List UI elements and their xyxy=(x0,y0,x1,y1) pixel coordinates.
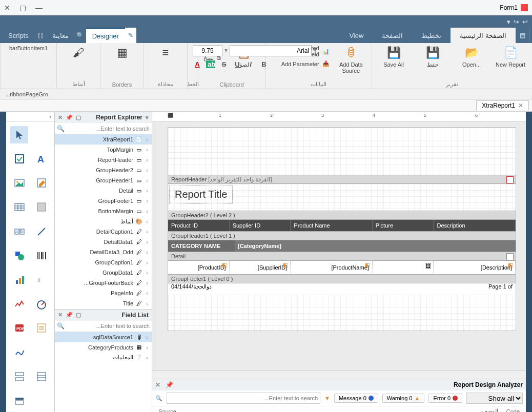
charactercomb-tool[interactable]: ab xyxy=(10,223,28,240)
close-icon[interactable]: ✕ xyxy=(518,102,523,109)
detail-cell[interactable]: ◧[ProductName] xyxy=(291,261,373,274)
explorer-item[interactable]: GroupHeader2▭‹ xyxy=(55,165,152,175)
explorer-search-input[interactable] xyxy=(65,126,150,132)
richtext-tool[interactable] xyxy=(32,174,50,192)
chart-tool[interactable] xyxy=(10,271,28,289)
checkbox-tool[interactable] xyxy=(10,150,28,168)
borders-button[interactable]: ▦ xyxy=(106,45,138,60)
sparkline-tool[interactable] xyxy=(10,295,28,313)
explorer-item[interactable]: أنماط🎨‹ xyxy=(55,216,152,226)
panel-max-icon[interactable]: ▢ xyxy=(76,114,81,121)
panel-tool[interactable] xyxy=(32,198,50,216)
fieldlist-item[interactable]: CategoryProducts▦‹ xyxy=(55,342,152,353)
showall-select[interactable]: Show all xyxy=(466,393,523,404)
groupheader1-band-label[interactable]: GroupHeader1 ( Level 1 ) xyxy=(168,231,516,240)
font-size-stepper-icon[interactable]: ▾ xyxy=(224,45,228,56)
toolbox-collapse-icon[interactable]: › xyxy=(6,112,54,122)
pagebreak-tool[interactable] xyxy=(10,368,28,385)
topmargin-band[interactable] xyxy=(168,128,516,175)
explorer-item[interactable]: GroupFooter1▭‹ xyxy=(55,196,152,206)
gauge-tool[interactable] xyxy=(32,295,50,313)
label-tool[interactable]: A xyxy=(32,150,50,168)
column-header[interactable]: Product Name xyxy=(291,220,373,231)
ribbon-overflow-label[interactable]: ...ribbonPageGro xyxy=(5,91,48,97)
add-parameter-button[interactable]: 📥Add Parameter xyxy=(281,60,330,67)
panel-close-icon[interactable]: ✕ xyxy=(58,312,63,318)
explorer-item[interactable]: ReportHeader▭‹ xyxy=(55,155,152,165)
explorer-item[interactable]: GroupData1🖊‹ xyxy=(55,267,152,278)
bottommargin-band[interactable] xyxy=(168,295,516,331)
tab-scripts[interactable]: Scripts xyxy=(2,28,35,43)
forecolor-button[interactable]: A xyxy=(193,60,202,68)
fieldlist-item[interactable]: المعلمات❔‹ xyxy=(55,353,152,363)
column-header[interactable]: Product ID xyxy=(168,220,230,231)
fieldlist-item[interactable]: sqlDataSource1🛢‹ xyxy=(55,332,152,342)
save-all-button[interactable]: 💾Save All xyxy=(377,45,410,68)
explorer-item[interactable]: GroupHeader1▭‹ xyxy=(55,175,152,186)
document-tab-xtrareport1[interactable]: ✕ XtraReport1 xyxy=(476,100,529,110)
line-tool[interactable] xyxy=(32,223,50,240)
new-report-button[interactable]: 📄New Report xyxy=(494,45,527,68)
explorer-item[interactable]: TopMargin▭‹ xyxy=(55,145,152,155)
panel-menu-icon[interactable]: ▾ xyxy=(146,114,149,121)
tab-designer[interactable]: Designer xyxy=(86,28,125,43)
explorer-item[interactable]: DetailData1🖊‹ xyxy=(55,237,152,247)
qat-dropdown-icon[interactable]: ▾ xyxy=(507,18,510,26)
explorer-item[interactable]: GroupCaption1🖊‹ xyxy=(55,257,152,267)
tab-view[interactable]: View xyxy=(340,28,373,43)
italic-button[interactable]: I xyxy=(246,60,255,68)
qat-redo-icon[interactable]: ↪ xyxy=(514,18,519,26)
smart-tag-icon[interactable] xyxy=(506,176,514,183)
panel-max-icon[interactable]: ▢ xyxy=(76,312,81,318)
explorer-tree[interactable]: XtraReport1📄‹TopMargin▭‹ReportHeader▭‹Gr… xyxy=(55,134,152,309)
pageinfo-number[interactable]: Page 1 of xyxy=(485,283,516,295)
tab-preview[interactable]: معاينة xyxy=(46,28,75,43)
detail-cell[interactable]: 🖼 xyxy=(373,261,434,274)
message-filter[interactable]: Message 0 xyxy=(334,394,378,403)
filter-icon[interactable]: ▼ xyxy=(324,395,330,401)
detail-cell[interactable]: ◧[SupplierID] xyxy=(230,261,291,274)
analyzer-col-desc[interactable]: الوصف xyxy=(482,408,498,412)
table-tool[interactable] xyxy=(10,198,28,216)
detail-cell[interactable]: ◧[Description] xyxy=(434,261,516,274)
smart-tag-icon[interactable] xyxy=(506,253,514,260)
bold-button[interactable]: B xyxy=(259,60,269,68)
underline-button[interactable]: U xyxy=(233,60,242,68)
explorer-item[interactable]: BottomMargin▭‹ xyxy=(55,206,152,216)
picturebox-tool[interactable] xyxy=(10,174,28,192)
toc-tool[interactable] xyxy=(32,319,50,337)
left-rail[interactable] xyxy=(0,112,6,412)
tab-main[interactable]: الصفحة الرئيسية xyxy=(451,28,516,43)
tab-layout[interactable]: تخطيط xyxy=(412,28,451,43)
groupheader1-band[interactable]: CATEGORY NAME [CategoryName] xyxy=(168,240,516,252)
column-header[interactable]: Description xyxy=(434,220,516,231)
fieldlist-search-input[interactable] xyxy=(65,323,150,329)
explorer-item[interactable]: Detail▭‹ xyxy=(55,186,152,196)
strike-button[interactable]: S xyxy=(219,60,229,68)
reportheader-band[interactable]: Report Title xyxy=(168,184,516,211)
column-header[interactable]: Picture xyxy=(373,220,434,231)
report-canvas[interactable]: ReportHeader [الفرقة واحد للتقرير الواحد… xyxy=(152,122,526,370)
detail-cell[interactable]: ◧[ProductID] xyxy=(168,261,230,274)
pageinfo-date[interactable]: ذوالحجة/04/1444 xyxy=(168,283,230,295)
close-button[interactable]: ✕ xyxy=(4,4,10,12)
fieldlist-tree[interactable]: sqlDataSource1🛢‹CategoryProducts▦‹المعلم… xyxy=(55,332,152,412)
font-family-dropdown-icon[interactable]: ▾ xyxy=(314,45,317,56)
report-page[interactable]: ReportHeader [الفرقة واحد للتقرير الواحد… xyxy=(168,127,516,331)
right-rail[interactable] xyxy=(526,112,532,412)
error-filter[interactable]: Error 0 xyxy=(428,394,462,403)
crossband-tool[interactable] xyxy=(32,368,50,385)
add-datasource-button[interactable]: 🛢Add Data Source xyxy=(336,45,366,74)
analyzer-close-icon[interactable]: ✕ xyxy=(155,381,160,388)
pdfcontent-tool[interactable]: PDF xyxy=(10,319,28,337)
title-label[interactable]: Report Title xyxy=(169,185,233,204)
save-button[interactable]: 💾حفظ xyxy=(416,45,449,68)
pdfsignature-tool[interactable] xyxy=(10,343,28,361)
detail-band[interactable]: ◧[ProductID]◧[SupplierID]◧[ProductName]🖼… xyxy=(168,261,516,274)
barcode-tool[interactable] xyxy=(32,247,50,264)
analyzer-col-code[interactable]: Code xyxy=(506,408,520,413)
explorer-item[interactable]: PageInfo🖊‹ xyxy=(55,288,152,298)
category-name-field[interactable]: [CategoryName] xyxy=(235,240,516,252)
barbuttonitem1[interactable]: barButtonItem1 xyxy=(9,45,48,51)
groupfooter1-band[interactable]: ذوالحجة/04/1444 Page 1 of xyxy=(168,283,516,295)
